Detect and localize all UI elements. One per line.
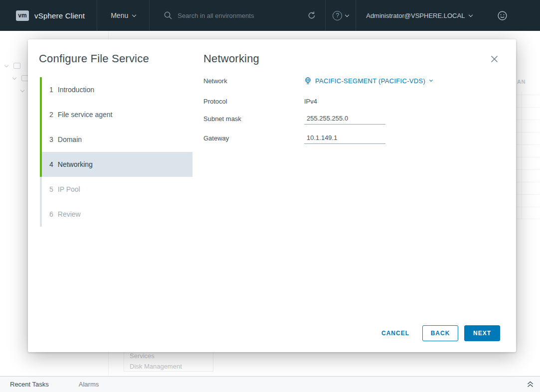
vmware-logo[interactable]: vm — [16, 10, 29, 21]
dialog-title: Configure File Service — [28, 52, 192, 65]
chevron-down-icon — [345, 12, 349, 16]
step-label: Domain — [58, 135, 82, 143]
step-label: Introduction — [58, 86, 94, 94]
protocol-label: Protocol — [203, 98, 304, 105]
step-label: IP Pool — [58, 185, 80, 193]
subnet-mask-input[interactable] — [304, 113, 385, 125]
step-number: 3 — [49, 135, 53, 143]
network-label: Network — [203, 77, 304, 85]
step-label: File service agent — [58, 111, 113, 119]
feedback-smiley-icon — [497, 10, 508, 21]
network-row: Network PACIFIC-SEGMENT (PACIFIC-VDS) — [203, 77, 500, 85]
status-bar: Recent Tasks Alarms — [0, 376, 540, 392]
step-number: 4 — [49, 160, 53, 168]
help-menu[interactable]: ? — [333, 11, 349, 20]
protocol-row: Protocol IPv4 — [203, 98, 500, 105]
wizard-step-review: 6 Review — [40, 202, 192, 227]
wizard-action-buttons: CANCEL BACK NEXT — [374, 325, 500, 341]
help-icon: ? — [333, 11, 342, 20]
wizard-step-networking[interactable]: 4 Networking — [40, 152, 192, 177]
step-number: 6 — [49, 210, 53, 218]
refresh-button[interactable] — [304, 8, 319, 23]
gateway-label: Gateway — [203, 134, 304, 142]
next-button[interactable]: NEXT — [464, 325, 500, 341]
wizard-step-introduction[interactable]: 1 Introduction — [40, 77, 192, 102]
back-button[interactable]: BACK — [422, 325, 458, 341]
subnet-mask-row: Subnet mask — [203, 113, 500, 125]
network-globe-icon — [304, 77, 312, 85]
wizard-step-nav: Configure File Service 1 Introduction 2 … — [28, 39, 192, 352]
network-selected-value: PACIFIC-SEGMENT (PACIFIC-VDS) — [315, 77, 425, 85]
gateway-input[interactable] — [304, 132, 385, 144]
configure-file-service-dialog: Configure File Service 1 Introduction 2 … — [28, 39, 516, 352]
chevron-down-icon — [469, 12, 473, 16]
step-label: Review — [58, 210, 81, 218]
top-navigation-bar: vm vSphere Client Menu ? — [0, 0, 540, 31]
global-search[interactable] — [164, 11, 302, 20]
page-title: Networking — [203, 52, 500, 65]
wizard-step-ip-pool: 5 IP Pool — [40, 177, 192, 202]
step-number: 2 — [49, 111, 53, 119]
vmware-logo-text: vm — [18, 12, 26, 19]
network-select-dropdown[interactable]: PACIFIC-SEGMENT (PACIFIC-VDS) — [304, 77, 432, 85]
vsphere-client-window: vm vSphere Client Menu ? — [0, 0, 540, 392]
recent-tasks-tab[interactable]: Recent Tasks — [10, 381, 49, 388]
user-name: Administrator@VSPHERE.LOCAL — [366, 12, 465, 19]
subnet-mask-label: Subnet mask — [203, 115, 304, 123]
header-divider — [149, 0, 150, 31]
wizard-step-domain[interactable]: 3 Domain — [40, 127, 192, 152]
networking-form: Network PACIFIC-SEGMENT (PACIFIC-VDS) — [203, 77, 500, 144]
close-button[interactable] — [490, 54, 499, 66]
alarms-tab[interactable]: Alarms — [79, 381, 99, 388]
step-label: Networking — [58, 160, 93, 168]
wizard-step-file-service-agent[interactable]: 2 File service agent — [40, 102, 192, 127]
feedback-button[interactable] — [497, 10, 508, 21]
collapse-chevrons-icon — [527, 381, 534, 388]
header-divider — [356, 0, 356, 31]
wizard-content-panel: Networking Network — [192, 39, 516, 352]
header-divider — [325, 0, 326, 31]
help-glyph: ? — [336, 12, 339, 19]
cancel-button[interactable]: CANCEL — [374, 325, 416, 341]
chevron-down-icon — [132, 12, 136, 16]
chevron-down-icon — [429, 78, 433, 82]
collapse-panel-button[interactable] — [527, 381, 534, 388]
search-input[interactable] — [178, 12, 302, 19]
protocol-value: IPv4 — [304, 98, 317, 105]
close-icon — [491, 55, 498, 63]
step-number: 1 — [49, 86, 53, 94]
refresh-icon — [307, 11, 316, 20]
wizard-steps-list: 1 Introduction 2 File service agent 3 Do… — [40, 77, 192, 227]
search-icon — [164, 11, 173, 20]
gateway-row: Gateway — [203, 132, 500, 144]
menu-dropdown[interactable]: Menu — [97, 0, 149, 31]
app-title: vSphere Client — [34, 11, 85, 20]
user-account-menu[interactable]: Administrator@VSPHERE.LOCAL — [366, 12, 472, 19]
step-number: 5 — [49, 185, 53, 193]
menu-label: Menu — [111, 11, 128, 19]
